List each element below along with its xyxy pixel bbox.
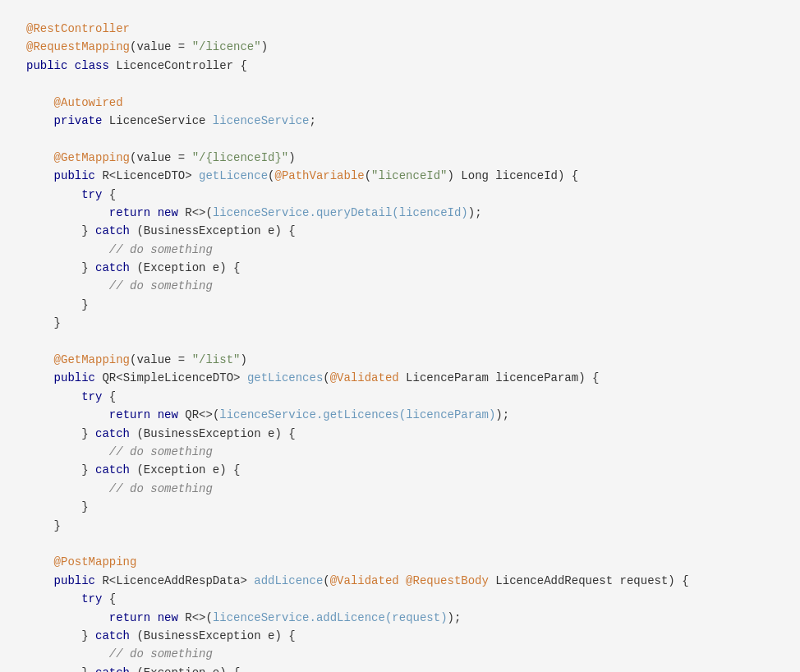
comment-4: // do something xyxy=(109,482,213,495)
string-list: "/list" xyxy=(192,353,241,366)
plain-text: { xyxy=(102,188,116,201)
plain-text: QR<SimpleLicenceDTO> xyxy=(95,371,247,384)
keyword-catch-3: catch xyxy=(95,427,130,440)
plain-text: R<>( xyxy=(178,206,213,219)
plain-text: (BusinessException e) { xyxy=(130,427,296,440)
plain-text: } xyxy=(26,298,89,311)
string-licence-id: "/{licenceId}" xyxy=(192,151,289,164)
plain-text: ) xyxy=(240,353,246,366)
annotation-post-mapping: @PostMapping xyxy=(54,555,137,568)
plain-text xyxy=(26,647,109,660)
field-licence-service: licenceService xyxy=(213,114,310,127)
comment-5: // do something xyxy=(109,647,213,660)
plain-text xyxy=(26,114,54,127)
plain-text xyxy=(26,353,54,366)
keyword-private: private xyxy=(54,114,103,127)
plain-text: (value = xyxy=(130,40,192,53)
keyword-public-3: public xyxy=(54,371,95,384)
plain-text: ( xyxy=(365,169,371,182)
service-call-get-licences: licenceService.getLicences(licenceParam) xyxy=(219,408,495,421)
plain-text xyxy=(26,574,54,587)
plain-text: ) xyxy=(288,151,295,164)
keyword-try-1: try xyxy=(81,188,102,201)
annotation-request-body: @RequestBody xyxy=(406,574,489,587)
annotation-get-mapping-2: @GetMapping xyxy=(54,353,130,366)
plain-text: LicenceParam licenceParam) { xyxy=(399,371,600,384)
plain-text: (BusinessException e) { xyxy=(130,629,296,642)
plain-text: } xyxy=(26,500,89,513)
plain-text xyxy=(399,574,406,587)
plain-text: ( xyxy=(323,574,329,587)
plain-text: ( xyxy=(323,371,329,384)
annotation-path-variable: @PathVariable xyxy=(274,169,364,182)
plain-text xyxy=(26,390,81,403)
plain-text: ) xyxy=(261,40,268,53)
keyword-return-2: return xyxy=(109,408,150,421)
keyword-catch-4: catch xyxy=(95,463,130,476)
plain-text: } xyxy=(26,224,95,237)
plain-text: QR<>( xyxy=(178,408,219,421)
plain-text: (Exception e) { xyxy=(130,463,240,476)
keyword-new-2: new xyxy=(158,408,178,421)
plain-text: R<>( xyxy=(178,611,213,624)
annotation-get-mapping-1: @GetMapping xyxy=(54,151,130,164)
method-get-licence: getLicence xyxy=(199,169,268,182)
plain-text xyxy=(26,279,109,292)
plain-text xyxy=(26,592,81,605)
keyword-class: class xyxy=(75,59,109,72)
plain-text: (value = xyxy=(130,151,192,164)
plain-text: { xyxy=(102,592,116,605)
plain-text: } xyxy=(26,261,95,274)
keyword-public-4: public xyxy=(54,574,95,587)
plain-text: (BusinessException e) { xyxy=(130,224,296,237)
string-licence-id-param: "licenceId" xyxy=(371,169,447,182)
plain-text xyxy=(26,611,109,624)
keyword-public: public xyxy=(26,59,67,72)
method-add-licence: addLicence xyxy=(254,574,323,587)
plain-text: (Exception e) { xyxy=(130,261,240,274)
code-content: @RestController @RequestMapping(value = … xyxy=(26,20,774,672)
plain-text xyxy=(150,206,157,219)
annotation-validated-2: @Validated xyxy=(330,574,399,587)
service-call-add-licence: licenceService.addLicence(request) xyxy=(213,611,448,624)
plain-text: } xyxy=(26,519,61,532)
plain-text: ; xyxy=(309,114,315,127)
keyword-new-3: new xyxy=(158,611,178,624)
plain-text: ); xyxy=(495,408,509,421)
plain-text: } xyxy=(26,427,95,440)
keyword-catch-2: catch xyxy=(95,261,130,274)
plain-text: LicenceController { xyxy=(109,59,247,72)
plain-text: { xyxy=(102,390,116,403)
plain-text xyxy=(150,611,157,624)
annotation-validated-1: @Validated xyxy=(330,371,399,384)
plain-text: LicenceAddRequest request) { xyxy=(489,574,689,587)
plain-text xyxy=(26,188,81,201)
comment-1: // do something xyxy=(109,243,213,256)
plain-text: } xyxy=(26,629,95,642)
plain-text xyxy=(67,59,74,72)
keyword-catch-1: catch xyxy=(95,224,130,237)
code-editor: @RestController @RequestMapping(value = … xyxy=(0,0,800,672)
plain-text xyxy=(150,408,157,421)
method-get-licences: getLicences xyxy=(247,371,323,384)
service-call-query-detail: licenceService.queryDetail(licenceId) xyxy=(213,206,468,219)
plain-text xyxy=(26,371,54,384)
plain-text xyxy=(26,96,54,109)
plain-text: } xyxy=(26,463,95,476)
plain-text: (value = xyxy=(130,353,192,366)
keyword-catch-5: catch xyxy=(95,629,130,642)
comment-3: // do something xyxy=(109,445,213,458)
plain-text: } xyxy=(26,666,95,672)
keyword-new-1: new xyxy=(158,206,178,219)
plain-text: ); xyxy=(468,206,482,219)
plain-text: LicenceService xyxy=(102,114,212,127)
plain-text xyxy=(26,243,109,256)
annotation-autowired: @Autowired xyxy=(54,96,123,109)
keyword-catch-6: catch xyxy=(95,666,130,672)
keyword-return-3: return xyxy=(109,611,150,624)
plain-text xyxy=(26,445,109,458)
keyword-return-1: return xyxy=(109,206,150,219)
plain-text: (Exception e) { xyxy=(130,666,240,672)
plain-text xyxy=(26,555,54,568)
plain-text xyxy=(26,408,109,421)
